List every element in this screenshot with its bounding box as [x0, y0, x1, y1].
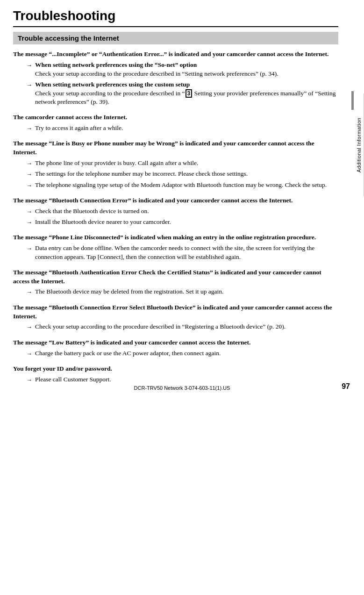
- arrow-icon: →: [26, 323, 32, 331]
- bullet-text: The telephone signaling type setup of th…: [35, 181, 327, 190]
- problem-block: The message “Bluetooth Connection Error …: [13, 303, 338, 332]
- list-item: → Check your setup according to the proc…: [26, 323, 338, 331]
- list-item: → Install the Bluetooth device nearer to…: [26, 218, 338, 227]
- problem-block: The message “Phone Line Disconnected” is…: [13, 233, 338, 262]
- bullet-bold: When setting network preferences using t…: [35, 61, 197, 68]
- bullet-list: → The phone line of your provider is bus…: [26, 159, 338, 190]
- list-item: → The phone line of your provider is bus…: [26, 159, 338, 168]
- bullet-text: Try to access it again after a while.: [35, 124, 123, 133]
- page-container: Troubleshooting Trouble accessing the In…: [0, 0, 364, 399]
- step-number-box: 3: [186, 89, 193, 98]
- bullet-text: The settings for the telephone number ma…: [35, 170, 248, 179]
- list-item: → Data entry can be done offline. When t…: [26, 244, 338, 262]
- bullet-list: → Try to access it again after a while.: [26, 124, 338, 133]
- bullet-list: → Check your setup according to the proc…: [26, 323, 338, 331]
- problem-title: You forget your ID and/or password.: [13, 365, 338, 373]
- bullet-text: Check that the Bluetooth device is turne…: [35, 207, 149, 216]
- arrow-icon: →: [26, 159, 32, 168]
- list-item: → When setting network preferences using…: [26, 80, 338, 107]
- problem-block: The message “Bluetooth Connection Error”…: [13, 196, 338, 227]
- bullet-text: Data entry can be done offline. When the…: [35, 244, 338, 262]
- problem-block: The message “Low Battery” is indicated a…: [13, 338, 338, 358]
- bullet-list: → The Bluetooth device may be deleted fr…: [26, 287, 338, 296]
- arrow-icon: →: [26, 288, 32, 296]
- bullet-text: When setting network preferences using t…: [35, 80, 338, 107]
- arrow-icon: →: [26, 61, 32, 70]
- problem-title: The message “Bluetooth Connection Error …: [13, 303, 338, 321]
- bullet-text: When setting network preferences using t…: [35, 61, 278, 79]
- problem-block: The message “...Incomplete” or “Authenti…: [13, 50, 338, 107]
- problem-block: The message “Line is Busy or Phone numbe…: [13, 139, 338, 189]
- bullet-bold: When setting network preferences using t…: [35, 81, 190, 88]
- bullet-list: → When setting network preferences using…: [26, 61, 338, 107]
- arrow-icon: →: [26, 124, 32, 133]
- bullet-text: Please call Customer Support.: [35, 375, 111, 384]
- bullet-text: Install the Bluetooth device nearer to y…: [35, 218, 171, 227]
- list-item: → The settings for the telephone number …: [26, 170, 338, 179]
- problem-block: The message “Bluetooth Authentication Er…: [13, 268, 338, 297]
- bullet-list: → Data entry can be done offline. When t…: [26, 244, 338, 262]
- problem-title: The message “Low Battery” is indicated a…: [13, 338, 338, 347]
- arrow-icon: →: [26, 218, 32, 227]
- problem-block: You forget your ID and/or password. → Pl…: [13, 365, 338, 384]
- arrow-icon: →: [26, 376, 32, 384]
- side-accent-bar: [351, 91, 354, 110]
- list-item: → Please call Customer Support.: [26, 375, 338, 384]
- problem-title: The camcorder cannot access the Internet…: [13, 113, 338, 122]
- arrow-icon: →: [26, 208, 32, 216]
- problem-title: The message “...Incomplete” or “Authenti…: [13, 50, 338, 59]
- arrow-icon: →: [26, 244, 32, 253]
- arrow-icon: →: [26, 170, 32, 179]
- bullet-text: The Bluetooth device may be deleted from…: [35, 287, 223, 296]
- bullet-list: → Please call Customer Support.: [26, 375, 338, 384]
- footer-model: DCR-TRV50 Network 3-074-603-11(1).US: [134, 385, 230, 391]
- section-header: Trouble accessing the Internet: [13, 32, 338, 44]
- bullet-text: The phone line of your provider is busy.…: [35, 159, 198, 168]
- title-divider: [13, 26, 338, 27]
- list-item: → The telephone signaling type setup of …: [26, 181, 338, 190]
- arrow-icon: →: [26, 181, 32, 190]
- bullet-text: Check your setup according to the proced…: [35, 323, 285, 331]
- problem-title: The message “Bluetooth Authentication Er…: [13, 268, 338, 286]
- list-item: → When setting network preferences using…: [26, 61, 338, 79]
- page-number: 97: [342, 382, 350, 391]
- arrow-icon: →: [26, 350, 32, 358]
- list-item: → Check that the Bluetooth device is tur…: [26, 207, 338, 216]
- arrow-icon: →: [26, 81, 32, 89]
- problem-title: The message “Phone Line Disconnected” is…: [13, 233, 338, 242]
- problem-title: The message “Line is Busy or Phone numbe…: [13, 139, 338, 157]
- list-item: → The Bluetooth device may be deleted fr…: [26, 287, 338, 296]
- list-item: → Charge the battery pack or use the AC …: [26, 349, 338, 358]
- bullet-list: → Check that the Bluetooth device is tur…: [26, 207, 338, 227]
- problem-title: The message “Bluetooth Connection Error”…: [13, 196, 338, 205]
- bullet-list: → Charge the battery pack or use the AC …: [26, 349, 338, 358]
- list-item: → Try to access it again after a while.: [26, 124, 338, 133]
- page-title: Troubleshooting: [13, 8, 338, 23]
- side-label: Additional Information: [354, 93, 364, 196]
- bullet-text: Charge the battery pack or use the AC po…: [35, 349, 221, 358]
- problem-block: The camcorder cannot access the Internet…: [13, 113, 338, 133]
